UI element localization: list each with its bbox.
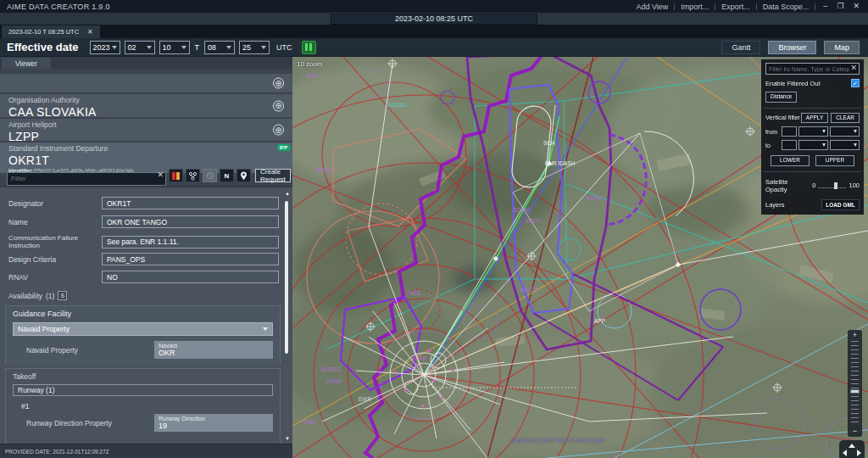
filter-input[interactable] [7,172,166,186]
runway-item-index: #1 [21,402,273,411]
gantt-button[interactable]: Gantt [721,41,760,54]
runway-direction-value-box[interactable]: Runway Direction 19 [154,414,273,432]
pan-left-icon[interactable] [843,450,847,456]
satellite-opacity-label: Satellite Opacity [765,178,810,193]
empty-section-row[interactable]: ⊕ [0,74,292,92]
menu-export[interactable]: Export... [721,3,750,11]
current-datetime: 2023-02-10 08:25 UTC [331,14,537,25]
map-label: NALOT [520,287,538,293]
create-request-button[interactable]: Create Request [255,169,291,182]
lower-button[interactable]: LOWER [771,155,810,166]
field-value-input[interactable]: OKR ONE TANGO [102,215,279,228]
field-value-input[interactable]: See para. ENR 1.1.11. [102,236,279,249]
pan-up-icon[interactable] [849,444,855,448]
map-viewport[interactable]: SCH ENR /DASH AGUSU TEKLU SOMIG BSOT NAL… [292,57,868,458]
tab-viewer[interactable]: Viewer [2,58,51,69]
schema-icon[interactable] [186,169,200,182]
map-search-input[interactable] [765,63,860,75]
chevron-down-icon [112,46,117,49]
minimize-icon[interactable]: – [821,3,829,10]
zoom-out-icon[interactable]: − [853,427,857,435]
chevron-down-icon [822,143,826,147]
runway-collection-box[interactable]: Runway (1) [13,384,273,396]
expand-circle-icon[interactable]: ⊕ [273,78,284,89]
pause-button[interactable] [302,41,316,54]
field-comm-failure: Communication Failure Instruction See pa… [8,234,279,249]
runway-direction-row: Runway Direction Property Runway Directi… [26,414,273,432]
availability-badge[interactable]: S [58,291,67,300]
tab-close-icon[interactable]: ✕ [87,28,93,36]
pause-icon [305,43,308,51]
map-label: BSOT [526,218,542,224]
distance-button[interactable]: Distance [765,92,797,103]
map-label: TEKLU [314,167,332,173]
map-label: EWR [359,396,371,402]
guidance-facility-dropdown[interactable]: Navaid Property [13,322,273,336]
year-select[interactable]: 2023 [90,41,120,54]
expand-circle-icon[interactable]: ⊕ [273,125,284,136]
field-label: Designator [8,199,102,208]
navaid-property-row: Navaid Property Navaid OKR [26,341,273,359]
vertical-filter-label: Vertical filter [765,114,800,121]
zoom-slider-handle[interactable] [850,389,860,394]
pan-right-icon[interactable] [857,450,861,456]
organisation-authority-row[interactable]: Organisation Authority CAA SLOVAKIA ⊕ [0,94,292,117]
map-zoom-slider[interactable]: + − [848,330,862,437]
scroll-down-icon[interactable]: ▼ [285,436,290,441]
from-value-input[interactable] [782,126,797,137]
to-reference-select[interactable] [830,140,860,150]
navaid-value-title: Navaid [159,343,269,349]
field-value-input[interactable]: PANS_OPS [102,253,279,265]
zoom-in-icon[interactable]: + [853,332,857,339]
effective-date-label: Effective date [7,41,79,53]
opacity-slider[interactable] [818,182,846,188]
sid-value: OKR1T [8,154,284,167]
to-unit-select[interactable] [798,140,828,150]
distance-row: Distance [765,92,860,103]
to-value-input[interactable] [782,140,797,150]
clear-filter-icon[interactable]: ✕ [157,170,164,179]
day-select[interactable]: 10 [159,41,190,54]
menu-add-view[interactable]: Add View [636,3,668,11]
from-reference-select[interactable] [830,126,860,137]
enable-filtered-out-checkbox[interactable]: ✓ [851,79,860,87]
runway-direction-value: 19 [159,422,269,430]
map-coordinates: N48°01'23.2007" E017°15'18.9160" [511,438,605,444]
map-pan-control[interactable] [839,440,865,458]
clear-search-icon[interactable]: ✕ [850,64,857,72]
sidebar-scrollbar[interactable] [285,201,288,354]
field-value-input[interactable]: NO [102,271,279,283]
close-icon[interactable]: ✕ [851,3,861,10]
expand-circle-icon[interactable]: ⊕ [273,100,284,111]
tab-effective-date[interactable]: 2023-02-10 T 08:25 UTC ✕ [2,25,100,38]
hour-select[interactable]: 08 [204,41,235,54]
minute-select[interactable]: 25 [239,41,270,54]
navaid-value-box[interactable]: Navaid OKR [154,341,273,359]
menu-import[interactable]: Import... [681,3,709,11]
apply-button[interactable]: APPLY [801,113,828,124]
filter-input-wrap: ✕ [7,169,166,182]
load-gml-button[interactable]: LOAD GML [821,199,860,210]
browser-button[interactable]: Browser [768,41,816,54]
from-unit-select[interactable] [798,126,828,137]
map-label: AGUSU [387,102,407,108]
zoom-track[interactable] [851,341,859,426]
airport-heliport-label: Airport Heliport [8,120,284,129]
location-pin-icon[interactable] [236,169,251,182]
upper-button[interactable]: UPPER [815,155,854,166]
map-button[interactable]: Map [824,41,860,54]
runway-direction-value-title: Runway Direction [159,416,269,422]
month-select[interactable]: 02 [125,41,155,54]
effective-date-toolbar: Effective date 2023 02 10 T 08 25 UTC Ga… [0,38,868,57]
field-value-input[interactable]: OKR1T [102,197,279,209]
north-icon[interactable]: N [220,169,234,182]
restore-icon[interactable]: ❐ [835,3,845,10]
opacity-slider-handle[interactable] [834,182,837,189]
flag-legend-icon[interactable] [169,169,183,182]
menu-data-scope[interactable]: Data Scope... [763,3,810,11]
airport-heliport-row[interactable]: Airport Heliport LZPP ⊕ [0,119,292,141]
map-label: SCH [543,140,555,146]
clear-button[interactable]: CLEAR [831,113,860,124]
scroll-up-icon[interactable]: ▲ [285,191,290,196]
map-label: ENR /DASH [545,160,576,166]
